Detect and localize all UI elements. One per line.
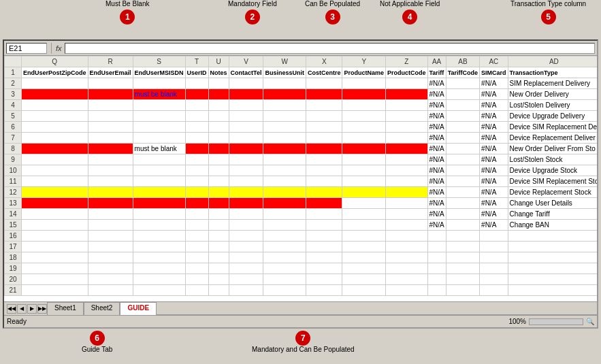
col-header-s[interactable]: S <box>133 56 185 67</box>
table-cell[interactable] <box>263 144 306 154</box>
table-cell[interactable] <box>133 122 185 133</box>
table-cell[interactable]: #N/A <box>480 187 508 198</box>
table-cell[interactable] <box>88 285 133 296</box>
table-cell[interactable] <box>22 252 88 263</box>
table-cell[interactable] <box>385 78 427 89</box>
table-cell[interactable] <box>208 144 229 154</box>
table-cell[interactable] <box>88 78 133 89</box>
table-cell[interactable] <box>508 242 597 252</box>
table-cell[interactable] <box>263 78 306 89</box>
table-cell[interactable] <box>185 78 208 89</box>
table-cell[interactable] <box>385 122 427 133</box>
table-cell[interactable] <box>342 154 386 165</box>
cell-ac1[interactable]: SIMCard <box>480 67 508 78</box>
table-cell[interactable] <box>133 165 185 176</box>
table-cell[interactable] <box>229 209 263 220</box>
table-cell[interactable] <box>22 154 88 165</box>
table-cell[interactable] <box>185 122 208 133</box>
table-cell[interactable] <box>133 231 185 242</box>
table-cell[interactable] <box>306 133 342 144</box>
table-cell[interactable] <box>342 274 386 285</box>
table-cell[interactable] <box>342 263 386 274</box>
table-cell[interactable] <box>229 252 263 263</box>
table-cell[interactable] <box>88 187 133 198</box>
table-cell[interactable]: #N/A <box>480 209 508 220</box>
table-cell[interactable] <box>263 165 306 176</box>
table-cell[interactable] <box>263 242 306 252</box>
table-cell[interactable]: #N/A <box>427 111 446 122</box>
table-cell[interactable] <box>427 274 446 285</box>
table-cell[interactable] <box>185 187 208 198</box>
table-cell[interactable] <box>185 111 208 122</box>
table-cell[interactable] <box>446 242 479 252</box>
col-header-q[interactable]: Q <box>22 56 88 67</box>
table-cell[interactable] <box>88 209 133 220</box>
table-cell[interactable] <box>133 274 185 285</box>
table-cell[interactable] <box>229 176 263 187</box>
table-cell[interactable] <box>306 100 342 111</box>
table-cell[interactable] <box>22 78 88 89</box>
table-cell[interactable] <box>133 176 185 187</box>
table-cell[interactable] <box>342 144 386 154</box>
table-cell[interactable] <box>427 231 446 242</box>
cell-q1[interactable]: EndUserPostZipCode <box>22 67 88 78</box>
table-cell[interactable] <box>446 111 479 122</box>
table-cell[interactable] <box>263 89 306 100</box>
table-cell[interactable] <box>229 122 263 133</box>
table-cell[interactable]: #N/A <box>427 100 446 111</box>
table-cell[interactable] <box>208 263 229 274</box>
table-cell[interactable] <box>446 274 479 285</box>
table-cell[interactable]: #N/A <box>480 220 508 231</box>
table-cell[interactable] <box>263 100 306 111</box>
table-cell[interactable] <box>88 263 133 274</box>
table-cell[interactable] <box>306 198 342 209</box>
cell-ab1[interactable]: TariffCode <box>446 67 479 78</box>
grid-container[interactable]: Q R S T U V W X Y Z AA AB AC AD <box>4 56 597 301</box>
table-cell[interactable] <box>306 78 342 89</box>
table-cell[interactable] <box>385 285 427 296</box>
table-cell[interactable] <box>208 274 229 285</box>
table-cell[interactable] <box>480 231 508 242</box>
table-cell[interactable] <box>229 187 263 198</box>
table-cell[interactable] <box>342 198 386 209</box>
cell-t1[interactable]: UserID <box>185 67 208 78</box>
zoom-slider[interactable] <box>529 318 583 325</box>
table-cell[interactable] <box>88 176 133 187</box>
table-cell[interactable] <box>385 220 427 231</box>
table-cell[interactable] <box>342 252 386 263</box>
table-cell[interactable] <box>508 274 597 285</box>
table-cell[interactable] <box>22 242 88 252</box>
last-sheet-arrow[interactable]: ▶▶ <box>37 304 47 314</box>
table-cell[interactable] <box>22 176 88 187</box>
table-cell[interactable] <box>306 274 342 285</box>
table-cell[interactable] <box>22 274 88 285</box>
table-cell[interactable] <box>263 263 306 274</box>
table-cell[interactable] <box>446 231 479 242</box>
table-cell[interactable] <box>508 285 597 296</box>
table-cell[interactable] <box>22 133 88 144</box>
table-cell[interactable] <box>185 252 208 263</box>
table-cell[interactable] <box>88 100 133 111</box>
table-cell[interactable] <box>133 187 185 198</box>
table-cell[interactable]: #N/A <box>427 122 446 133</box>
table-cell[interactable] <box>133 78 185 89</box>
col-header-ad[interactable]: AD <box>508 56 597 67</box>
table-cell[interactable] <box>22 100 88 111</box>
col-header-v[interactable]: V <box>229 56 263 67</box>
table-cell[interactable] <box>446 133 479 144</box>
table-cell[interactable]: Device SIM Replacement Sto <box>508 176 597 187</box>
prev-sheet-arrow[interactable]: ◀ <box>17 304 27 314</box>
table-cell[interactable] <box>385 263 427 274</box>
table-cell[interactable]: #N/A <box>480 111 508 122</box>
table-cell[interactable] <box>385 187 427 198</box>
table-cell[interactable]: #N/A <box>427 154 446 165</box>
table-cell[interactable] <box>133 154 185 165</box>
table-cell[interactable] <box>508 263 597 274</box>
table-cell[interactable] <box>446 176 479 187</box>
cell-s1[interactable]: EndUserMSISDN <box>133 67 185 78</box>
col-header-y[interactable]: Y <box>342 56 386 67</box>
col-header-z[interactable]: Z <box>385 56 427 67</box>
col-header-aa[interactable]: AA <box>427 56 446 67</box>
col-header-u[interactable]: U <box>208 56 229 67</box>
table-cell[interactable] <box>22 165 88 176</box>
